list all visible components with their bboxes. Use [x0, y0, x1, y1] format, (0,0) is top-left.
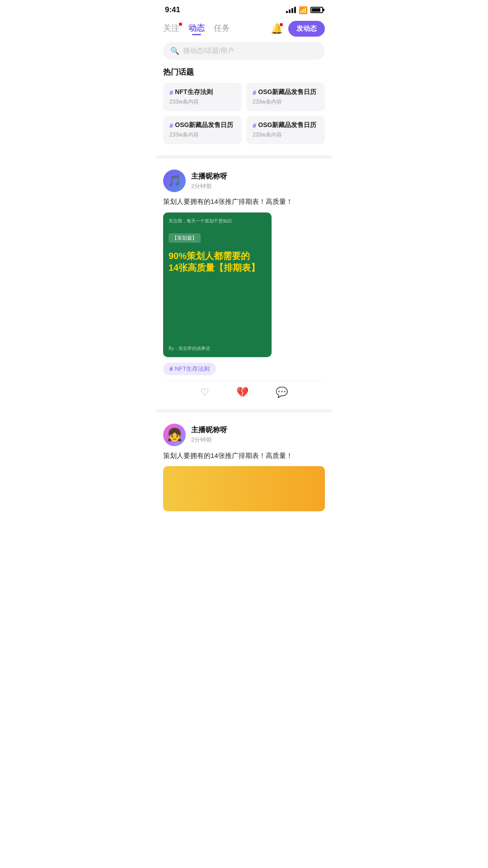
- post-divider: [156, 409, 332, 413]
- nav-right-actions: 🔔 发动态: [271, 21, 325, 37]
- battery-icon: [310, 7, 323, 13]
- hot-topics-title: 热门话题: [156, 67, 332, 83]
- comment-button[interactable]: 💬: [276, 387, 288, 398]
- notification-bell[interactable]: 🔔: [271, 23, 283, 35]
- post-image-1: 关注我，每天一个策划干货知识 【策划篇】 90%策划人都需要的14张高质量【排期…: [163, 212, 272, 357]
- tab-feed[interactable]: 动态: [188, 23, 205, 35]
- post-button[interactable]: 发动态: [288, 21, 325, 37]
- topic-name-2: OSG新藏品发售日历: [258, 88, 316, 96]
- topic-hash-3: #: [169, 122, 173, 129]
- post-2: 👧 主播昵称呀 2分钟前 策划人要拥有的14张推广排期表！高质量！: [156, 416, 332, 515]
- image-top-text: 关注我，每天一个策划干货知识: [169, 218, 266, 224]
- tag-label: NFT生存法则: [175, 365, 210, 373]
- image-main-text: 90%策划人都需要的14张高质量【排期表】: [169, 250, 266, 274]
- status-icons: 📶: [286, 6, 323, 14]
- nav-tabs: 关注 动态 任务: [163, 23, 271, 35]
- topic-hash-4: #: [253, 122, 256, 129]
- search-input[interactable]: 搜动态/话题/用户: [183, 47, 234, 55]
- navigation: 关注 动态 任务 🔔 发动态: [156, 17, 332, 42]
- tab-tasks[interactable]: 任务: [214, 23, 230, 35]
- topic-count-3: 233w条内容: [169, 131, 235, 139]
- status-time: 9:41: [165, 5, 180, 14]
- bell-red-dot: [280, 23, 283, 26]
- avatar-1: 🎵: [163, 170, 186, 192]
- section-divider: [156, 155, 332, 159]
- post-time-2: 2分钟前: [191, 436, 227, 444]
- topic-name-4: OSG新藏品发售日历: [258, 121, 316, 129]
- post-tag-1[interactable]: # NFT生存法则: [163, 363, 216, 375]
- tag-hash-icon: #: [169, 365, 173, 373]
- broken-heart-icon: 💔: [236, 387, 249, 398]
- post-username-2: 主播昵称呀: [191, 425, 227, 435]
- post-content-1: 策划人要拥有的14张推广排期表！高质量！: [163, 197, 325, 207]
- topic-hash-2: #: [253, 89, 256, 96]
- post-time-1: 2分钟前: [191, 182, 227, 190]
- topic-count-1: 233w条内容: [169, 98, 235, 106]
- comment-icon: 💬: [276, 387, 288, 398]
- topic-name-3: OSG新藏品发售日历: [175, 121, 233, 129]
- follow-red-dot: [179, 23, 182, 26]
- image-label: 【策划篇】: [169, 233, 201, 243]
- topic-card-2[interactable]: # OSG新藏品发售日历 233w条内容: [246, 83, 325, 111]
- avatar-2: 👧: [163, 424, 186, 446]
- topic-card-4[interactable]: # OSG新藏品发售日历 233w条内容: [246, 116, 325, 144]
- tab-follow[interactable]: 关注: [163, 23, 179, 35]
- topic-name-1: NFT生存法则: [175, 88, 212, 96]
- post-1: 🎵 主播昵称呀 2分钟前 策划人要拥有的14张推广排期表！高质量！ 关注我，每天…: [156, 162, 332, 406]
- topic-count-4: 233w条内容: [253, 131, 319, 139]
- post-header-1: 🎵 主播昵称呀 2分钟前: [163, 170, 325, 192]
- signal-icon: [286, 7, 296, 13]
- search-section: 🔍 搜动态/话题/用户: [163, 42, 325, 60]
- image-bottom-text: By：策划界的搞事使: [169, 340, 266, 352]
- dislike-button[interactable]: 💔: [236, 387, 249, 398]
- search-bar[interactable]: 🔍 搜动态/话题/用户: [163, 42, 325, 60]
- wifi-icon: 📶: [299, 6, 308, 14]
- topic-card-3[interactable]: # OSG新藏品发售日历 233w条内容: [163, 116, 242, 144]
- search-icon: 🔍: [170, 47, 179, 55]
- topic-hash-1: #: [169, 89, 173, 96]
- like-button[interactable]: ♡: [200, 387, 209, 398]
- topic-card-1[interactable]: # NFT生存法则 233w条内容: [163, 83, 242, 111]
- topics-grid: # NFT生存法则 233w条内容 # OSG新藏品发售日历 233w条内容 #…: [156, 83, 332, 151]
- post-username-1: 主播昵称呀: [191, 172, 227, 181]
- topic-count-2: 233w条内容: [253, 98, 319, 106]
- post-header-2: 👧 主播昵称呀 2分钟前: [163, 424, 325, 446]
- status-bar: 9:41 📶: [156, 0, 332, 17]
- heart-icon: ♡: [200, 387, 209, 398]
- post-actions-1: ♡ 💔 💬: [163, 381, 325, 406]
- post-image-2: [163, 466, 325, 511]
- post-content-2: 策划人要拥有的14张推广排期表！高质量！: [163, 451, 325, 461]
